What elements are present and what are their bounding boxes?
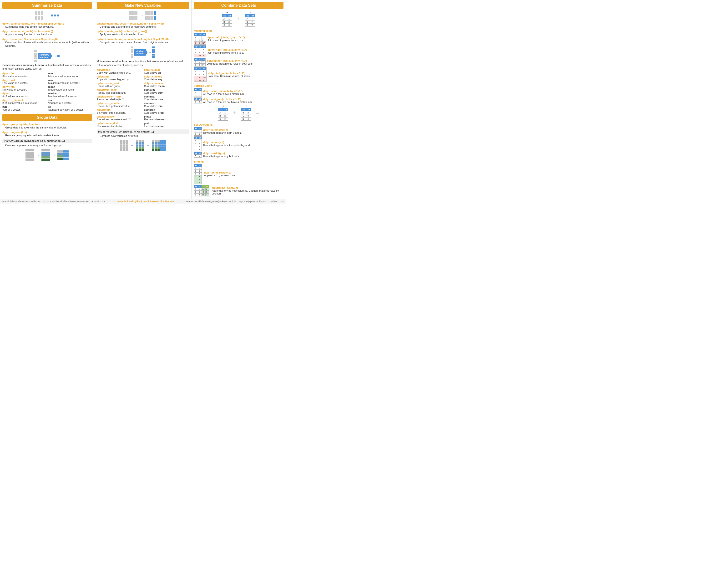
intersect-table: x1x2 B2 C3	[194, 127, 202, 136]
setdiff-text: Rows that appear in y but not z.	[203, 155, 240, 157]
left-join-text: Join matching rows from b to a.	[207, 39, 244, 42]
window-fn-label: windowfunction	[134, 49, 148, 56]
summarise-func-1: dplyr::summarise(iris, avg = mean(Sepal.…	[2, 22, 92, 29]
inner-join-name: dplyr::inner_join(a, b, by = "x1")	[207, 59, 247, 62]
wf-cumsum: cumsum Cumulative sum	[144, 88, 189, 94]
union-table: x1x2 A1 B2 C3 D4	[194, 136, 202, 151]
wf-dense-rank-name: dplyr::dense_rank	[97, 82, 119, 85]
wf-lead: dplyr::lead Copy with values shifted by …	[97, 68, 142, 74]
right-join-row: x1x2x3 A1T B2F DNAT dplyr::right_join(a,…	[194, 45, 283, 57]
mn-input-grid	[129, 11, 138, 20]
sf-sd: sd Standard deviation of a vector.	[48, 105, 92, 111]
wf-percent-rank: dplyr::percent_rank Ranks rescaled to [0…	[97, 95, 142, 101]
sf-max-name: max	[48, 79, 54, 81]
right-join-desc: dplyr::right_join(a, b, by = "x1") Join …	[207, 48, 283, 54]
summary-func-list-left: dplyr::first First value of a vector. dp…	[2, 72, 46, 111]
col-combine: Combine Data Sets a x1x2 A1 B2 C3 + b	[192, 0, 286, 199]
setdiff-table: x1x2 A1	[194, 152, 202, 157]
binding-label: Binding	[194, 159, 283, 163]
main-container: Summarise Data → dplyr::summarise(iris, …	[0, 0, 286, 203]
wf-lead-desc: Copy with values shifted by 1.	[97, 71, 131, 74]
footer-left: RStudio® is a trademark of RStudio, Inc.…	[2, 200, 105, 202]
full-join-desc: dplyr::full_join(a, b, by = "x1") Join d…	[208, 72, 283, 77]
mn-output-grid	[145, 11, 157, 20]
group-pipeline-desc: Compute separate summary row for each gr…	[5, 143, 92, 147]
table-a-label: a	[222, 11, 232, 14]
summarise-func-1-desc: Summarise data into single row of values…	[5, 25, 92, 29]
gd-arrow2: →	[51, 152, 56, 157]
wf-output	[152, 46, 155, 58]
group-func-2-name: dplyr::ungroup(iris)	[2, 131, 92, 134]
table-z-label: z	[241, 105, 251, 107]
anti-join-row: x1x2 C3 dplyr::anti_join(a, b, by = "x1"…	[194, 97, 283, 103]
top-row: Summarise Data → dplyr::summarise(iris, …	[0, 0, 286, 199]
ab-tables: a x1x2 A1 B2 C3 + b x1x3 AT BF DT	[194, 11, 283, 27]
wf-row-number-name: dplyr::row_number	[97, 102, 121, 105]
bind-rows-desc: dplyr::bind_rows(y, z) Append z to y as …	[204, 171, 283, 177]
setdiff-name: dplyr::setdiff(y, z)	[203, 152, 225, 155]
wf-cummax-name: cummax	[144, 95, 155, 98]
intersect-desc: dplyr::intersect(y, z) Rows that appear …	[203, 128, 283, 134]
col-summarise: Summarise Data → dplyr::summarise(iris, …	[0, 0, 94, 199]
group-func-1-name: dplyr::group_by(iris, Species)	[2, 123, 92, 126]
left-join-row: x1x2x3 A1T B2F C3NA dplyr::left_join(a, …	[194, 33, 283, 45]
sf-median-name: median	[48, 92, 58, 95]
wf-between-name: dplyr::between	[97, 115, 115, 118]
yz-plus: +	[233, 109, 236, 116]
union-text: Rows that appear in either or both y and…	[203, 144, 253, 147]
wf-input	[131, 46, 133, 58]
mn-arrow: →	[139, 13, 144, 18]
inner-join-row: x1x2x3 A1T B2F dplyr::inner_join(a, b, b…	[194, 58, 283, 66]
sf-mean-name: mean	[48, 85, 55, 88]
bind-cols-desc: dplyr::bind_cols(y, z) Append z to y as …	[212, 186, 283, 195]
intersect-row: x1x2 B2 C3 dplyr::intersect(y, z) Rows t…	[194, 127, 283, 136]
sf-ndistinct-name: dplyr::n_distinct	[2, 99, 23, 101]
summarise-func-3-desc: Count number of rows with each unique va…	[5, 40, 92, 48]
setdiff-row: x1x2 A1 dplyr::setdiff(y, z) Rows that a…	[194, 152, 283, 157]
gd-grid2	[41, 149, 50, 161]
wf-lag-name: dplyr::lag	[97, 75, 109, 78]
anti-join-name: dplyr::anti_join(a, b, by = "x1")	[203, 98, 241, 101]
gd-grid3	[57, 150, 69, 160]
bind-cols-text: Append z to y as new columns. Caution: m…	[212, 189, 279, 195]
set-ops-label: Set Operations	[194, 122, 283, 126]
sf-ndistinct-desc: # of distinct values in a vector.	[2, 101, 37, 104]
intersect-text: Rows that appear in both y and z.	[203, 131, 242, 134]
make-new-diagram: →	[97, 11, 189, 20]
wf-row-number: dplyr::row_number Ranks. Ties got to fir…	[97, 102, 142, 107]
footer-right: Learn more with browseVignettes(package …	[186, 200, 283, 202]
right-join-table: x1x2x3 A1T B2F DNAT	[194, 45, 206, 57]
wf-cummean: dplyr::cummean Cumulative mean	[144, 82, 189, 87]
wf-pmin: pmin Element-wise min	[144, 122, 189, 127]
wf-pmax-desc: Element-wise max	[144, 118, 166, 121]
mutating-joins-label: Mutating Joins	[194, 28, 283, 32]
wf-cumsum-name: cumsum	[144, 88, 155, 91]
sf-nth-name: dplyr::nth	[2, 85, 15, 88]
bind-rows-text: Append z to y as new rows.	[204, 174, 236, 177]
sf-sd-name: sd	[48, 105, 51, 108]
bind-rows-table-a: x1x2 A1 B2 C3 B2 C3 D4	[194, 164, 202, 184]
summary-fn-label: summaryfunction	[38, 53, 52, 59]
wf-pmin-desc: Element-wise min	[144, 125, 165, 127]
col-make-new: Make New Variables → dplyr::mu	[94, 0, 192, 199]
summarise-arrow: →	[45, 13, 50, 18]
group-pipeline: iris %>% group_by(Species) %>% summarise…	[2, 139, 92, 143]
wf-cumprod: cumprod Cumulative prod	[144, 108, 189, 114]
summary-func-list-right: min Minimum value in a vector. max Maxim…	[48, 72, 92, 111]
wf-cumany-desc: Cumulative any	[144, 78, 162, 81]
ab-plus: +	[237, 15, 240, 22]
sf-last: dplyr::last Last value of a vector.	[2, 79, 46, 84]
left-join-table: x1x2x3 A1T B2F C3NA	[194, 33, 206, 45]
wf-cumall: dplyr::cumall Cumulative all	[144, 68, 189, 74]
wf-cummean-desc: Cumulative mean	[144, 85, 165, 87]
window-fn-diagram: windowfunction →	[97, 46, 189, 58]
anti-join-desc: dplyr::anti_join(a, b, by = "x1") All ro…	[203, 98, 283, 103]
wf-cumsum-desc: Cumulative sum	[144, 91, 163, 94]
semi-join-text: All rows in a that have a match in b.	[203, 92, 245, 95]
sf-last-desc: Last value of a vector.	[2, 81, 28, 84]
group-func-1: dplyr::group_by(iris, Species) Group dat…	[2, 123, 92, 129]
summarise-func-2-desc: Apply summary function to each column.	[5, 33, 92, 36]
semi-join-desc: dplyr::semi_join(a, b, by = "x1") All ro…	[203, 90, 283, 95]
mn-func-2-desc: Apply window function to each column.	[100, 33, 189, 36]
filtering-joins-label: Filtering Joins	[194, 83, 283, 87]
